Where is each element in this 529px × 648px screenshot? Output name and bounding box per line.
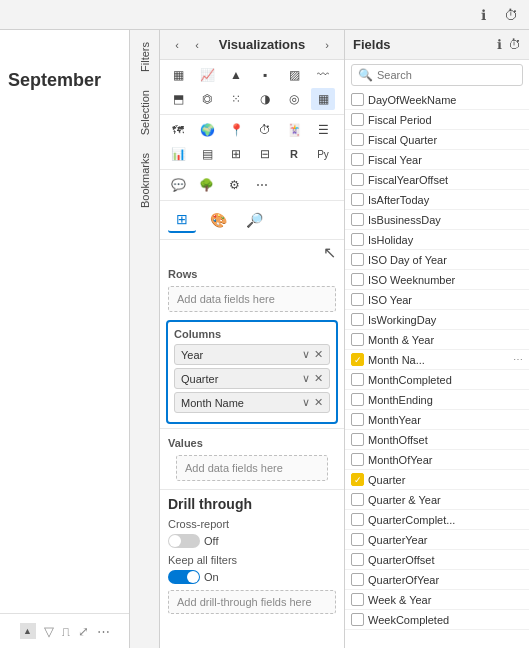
field-list-item[interactable]: ISO Day of Year xyxy=(345,250,529,270)
field-checkbox[interactable] xyxy=(351,613,364,626)
field-checkbox[interactable] xyxy=(351,193,364,206)
viz-icon-multirow[interactable]: ☰ xyxy=(311,119,335,141)
field-list-item[interactable]: ISO Weeknumber xyxy=(345,270,529,290)
field-checkbox[interactable] xyxy=(351,113,364,126)
field-list-item[interactable]: QuarterComplet... xyxy=(345,510,529,530)
viz-icon-slicer[interactable]: ▤ xyxy=(195,143,219,165)
nav-prev-btn[interactable]: ‹ xyxy=(168,36,186,54)
field-list-item[interactable]: DayOfWeekName xyxy=(345,90,529,110)
sidebar-item-filters[interactable]: Filters xyxy=(135,34,155,80)
monthname-chevron-icon[interactable]: ∨ xyxy=(302,396,310,409)
monthname-remove-icon[interactable]: ✕ xyxy=(314,396,323,409)
viz-icon-aidialog[interactable]: 💬 xyxy=(166,174,190,196)
field-list-item[interactable]: Quarter & Year xyxy=(345,490,529,510)
viz-icon-100pct[interactable]: ▨ xyxy=(282,64,306,86)
sidebar-item-bookmarks[interactable]: Bookmarks xyxy=(135,145,155,216)
fields-clock-icon[interactable]: ⏱ xyxy=(508,37,521,52)
viz-icon-influence[interactable]: ⚙ xyxy=(222,174,246,196)
viz-icon-pie[interactable]: ◑ xyxy=(253,88,277,110)
field-checkbox[interactable] xyxy=(351,153,364,166)
field-list-item[interactable]: IsWorkingDay xyxy=(345,310,529,330)
field-checkbox[interactable] xyxy=(351,433,364,446)
field-list-item[interactable]: IsAfterToday xyxy=(345,190,529,210)
rows-add-fields[interactable]: Add data fields here xyxy=(168,286,336,312)
info-icon[interactable]: ℹ xyxy=(473,5,493,25)
field-checkbox[interactable]: ✓ xyxy=(351,353,364,366)
viz-icon-ribbon[interactable]: 〰 xyxy=(311,64,335,86)
field-list-item[interactable]: MonthCompleted xyxy=(345,370,529,390)
nav-next-btn[interactable]: › xyxy=(318,36,336,54)
field-list-item[interactable]: QuarterOfYear xyxy=(345,570,529,590)
field-list-item[interactable]: IsBusinessDay xyxy=(345,210,529,230)
field-list-item[interactable]: WeekCompleted xyxy=(345,610,529,630)
field-list-item[interactable]: ✓Month Na...⋯ xyxy=(345,350,529,370)
nav-prev2-btn[interactable]: ‹ xyxy=(188,36,206,54)
field-list-item[interactable]: FiscalYearOffset xyxy=(345,170,529,190)
field-checkbox[interactable] xyxy=(351,173,364,186)
field-list-item[interactable]: Fiscal Year xyxy=(345,150,529,170)
year-remove-icon[interactable]: ✕ xyxy=(314,348,323,361)
field-checkbox[interactable] xyxy=(351,333,364,346)
quarter-remove-icon[interactable]: ✕ xyxy=(314,372,323,385)
field-checkbox[interactable] xyxy=(351,233,364,246)
field-list-item[interactable]: Fiscal Period xyxy=(345,110,529,130)
search-input[interactable] xyxy=(377,69,516,81)
bar-chart-icon[interactable]: ⎍ xyxy=(62,624,70,639)
field-list-item[interactable]: IsHoliday xyxy=(345,230,529,250)
field-more-icon[interactable]: ⋯ xyxy=(513,354,523,365)
field-checkbox[interactable] xyxy=(351,513,364,526)
field-list-item[interactable]: MonthOffset xyxy=(345,430,529,450)
viz-icon-funnel[interactable]: ⏣ xyxy=(195,88,219,110)
field-checkbox[interactable] xyxy=(351,313,364,326)
field-list-item[interactable]: MonthOfYear xyxy=(345,450,529,470)
field-checkbox[interactable] xyxy=(351,93,364,106)
viz-icon-azure-map[interactable]: 📍 xyxy=(224,119,248,141)
field-checkbox[interactable] xyxy=(351,373,364,386)
field-list-item[interactable]: QuarterOffset xyxy=(345,550,529,570)
field-list-item[interactable]: MonthEnding xyxy=(345,390,529,410)
viz-icon-matrix[interactable]: ⊟ xyxy=(253,143,277,165)
viz-icon-scatter[interactable]: ⁙ xyxy=(224,88,248,110)
sidebar-item-selection[interactable]: Selection xyxy=(135,82,155,143)
viz-icon-table[interactable]: ⊞ xyxy=(224,143,248,165)
field-checkbox[interactable] xyxy=(351,253,364,266)
add-drillthrough-btn[interactable]: Add drill-through fields here xyxy=(168,590,336,614)
field-list-item[interactable]: ✓Quarter xyxy=(345,470,529,490)
keep-filters-track[interactable] xyxy=(168,570,200,584)
viz-icon-python[interactable]: Py xyxy=(311,143,335,165)
format-tool-icon[interactable]: 🎨 xyxy=(204,207,232,233)
field-checkbox[interactable]: ✓ xyxy=(351,473,364,486)
field-list-item[interactable]: Week & Year xyxy=(345,590,529,610)
viz-icon-card[interactable]: 🃏 xyxy=(282,119,306,141)
viz-icon-area[interactable]: ▲ xyxy=(224,64,248,86)
field-list-item[interactable]: Fiscal Quarter xyxy=(345,130,529,150)
field-checkbox[interactable] xyxy=(351,493,364,506)
cross-report-toggle[interactable]: Off xyxy=(168,534,218,548)
field-checkbox[interactable] xyxy=(351,293,364,306)
viz-icon-map[interactable]: 🗺 xyxy=(166,119,190,141)
keep-filters-toggle[interactable]: On xyxy=(168,570,219,584)
viz-icon-gauge[interactable]: ⏱ xyxy=(253,119,277,141)
field-checkbox[interactable] xyxy=(351,573,364,586)
viz-icon-kpi[interactable]: 📊 xyxy=(166,143,190,165)
scroll-up-btn[interactable]: ▲ xyxy=(20,623,36,639)
values-add-fields[interactable]: Add data fields here xyxy=(176,455,328,481)
field-checkbox[interactable] xyxy=(351,453,364,466)
field-list-item[interactable]: QuarterYear xyxy=(345,530,529,550)
viz-icon-bar[interactable]: ▦ xyxy=(166,64,190,86)
viz-icon-treemap[interactable]: ▦ xyxy=(311,88,335,110)
viz-icon-donut[interactable]: ◎ xyxy=(282,88,306,110)
viz-icon-more2[interactable]: ⋯ xyxy=(250,174,274,196)
field-checkbox[interactable] xyxy=(351,533,364,546)
viz-icon-stacked[interactable]: ▪ xyxy=(253,64,277,86)
fields-tool-icon[interactable]: ⊞ xyxy=(168,207,196,233)
year-field-tag[interactable]: Year ∨ ✕ xyxy=(174,344,330,365)
fields-info-icon[interactable]: ℹ xyxy=(497,37,502,52)
viz-icon-line[interactable]: 📈 xyxy=(195,64,219,86)
filter-icon[interactable]: ▽ xyxy=(44,624,54,639)
viz-icon-waterfall[interactable]: ⬒ xyxy=(166,88,190,110)
field-checkbox[interactable] xyxy=(351,273,364,286)
quarter-chevron-icon[interactable]: ∨ xyxy=(302,372,310,385)
field-list-item[interactable]: Month & Year xyxy=(345,330,529,350)
field-checkbox[interactable] xyxy=(351,133,364,146)
